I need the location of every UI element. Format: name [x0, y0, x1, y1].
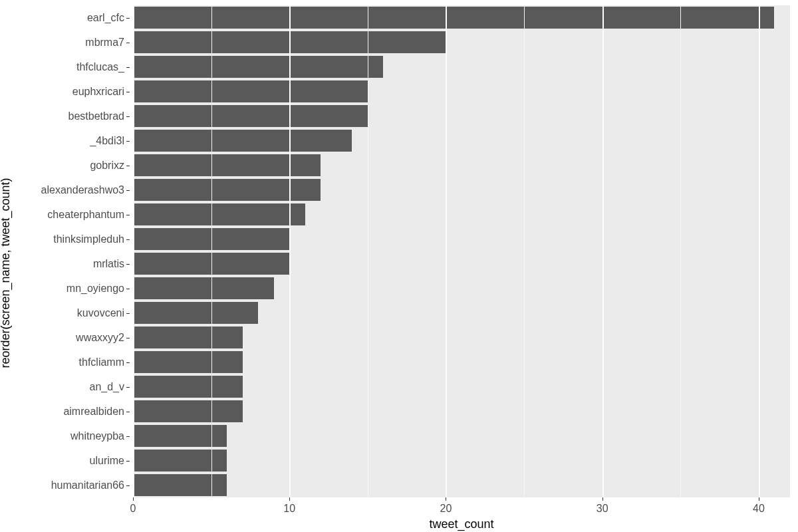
bar — [133, 130, 352, 152]
y-tick-label: gobrixz — [90, 160, 124, 172]
bar — [133, 327, 243, 348]
plot-panel — [133, 5, 790, 497]
gridline-major — [446, 5, 447, 497]
x-axis: tweet_count 010203040 — [133, 497, 790, 531]
y-tick-label: thinksimpleduh — [53, 233, 124, 245]
bar — [133, 7, 774, 29]
y-tick — [126, 67, 130, 68]
y-tick — [126, 18, 130, 19]
y-tick-label: mrlatis — [93, 258, 124, 270]
y-tick-label: mn_oyiengo — [66, 283, 124, 295]
bar — [133, 277, 274, 299]
y-tick-label: bestbetbrad — [68, 110, 124, 122]
y-tick-label: humanitarian66 — [51, 479, 124, 491]
y-tick — [126, 264, 130, 265]
x-tick-label: 20 — [440, 503, 452, 515]
y-tick-label: alexanderashwo3 — [41, 184, 124, 196]
y-tick-label: thfcliamm — [79, 356, 124, 368]
y-tick — [126, 313, 130, 314]
y-tick-label: euphxricari — [72, 86, 124, 98]
y-tick — [126, 166, 130, 166]
x-tick — [446, 497, 446, 501]
bar — [133, 376, 243, 398]
bar — [133, 154, 321, 176]
y-tick — [126, 362, 130, 363]
y-tick — [126, 141, 130, 142]
y-tick — [126, 190, 130, 191]
bar — [133, 400, 243, 422]
gridline-minor — [368, 5, 368, 497]
y-tick — [126, 412, 130, 412]
y-tick — [126, 387, 130, 388]
bar — [133, 351, 243, 373]
y-tick — [126, 239, 130, 240]
bar — [133, 203, 305, 225]
y-tick-label: an_d_v — [90, 381, 125, 393]
y-tick — [126, 116, 130, 117]
x-tick — [602, 497, 603, 501]
x-axis-title: tweet_count — [429, 517, 493, 531]
gridline-major — [602, 5, 604, 497]
bar — [133, 105, 368, 127]
y-tick-label: whitneypba — [70, 430, 124, 442]
chart-container: reorder(screen_name, tweet_count) earl_c… — [0, 0, 798, 532]
bars-layer — [133, 5, 790, 497]
gridline-minor — [524, 5, 525, 497]
x-tick — [133, 497, 134, 501]
bar — [133, 474, 227, 496]
y-tick-label: earl_cfc — [87, 12, 124, 24]
x-tick-label: 10 — [283, 503, 295, 515]
gridline-major — [759, 5, 760, 497]
y-tick-label: ulurime — [90, 455, 124, 467]
y-tick — [126, 338, 130, 338]
y-tick — [126, 461, 130, 462]
x-tick — [289, 497, 290, 501]
y-tick-label: aimrealbiden — [63, 406, 124, 418]
y-tick-label: _4bdi3l — [90, 135, 124, 147]
y-tick-label: kuvovceni — [77, 307, 124, 319]
x-tick-label: 0 — [130, 503, 136, 515]
y-tick — [126, 43, 130, 43]
y-axis-labels: earl_cfcmbrma7thfclucas_euphxricaribestb… — [0, 5, 130, 497]
gridline-minor — [680, 5, 681, 497]
bar — [133, 179, 321, 201]
y-tick-label: wwaxxyy2 — [76, 332, 124, 344]
bar — [133, 56, 383, 78]
x-tick-label: 40 — [753, 503, 765, 515]
y-tick-label: mbrma7 — [85, 37, 124, 49]
y-tick-label: cheaterphantum — [47, 209, 124, 221]
gridline-major — [289, 5, 291, 497]
y-tick — [126, 215, 130, 215]
bar — [133, 450, 227, 471]
y-tick — [126, 436, 130, 437]
gridline-minor — [211, 5, 212, 497]
y-tick-label: thfclucas_ — [76, 61, 124, 73]
y-tick — [126, 92, 130, 92]
bar — [133, 425, 227, 447]
bar — [133, 80, 368, 102]
y-tick — [126, 289, 130, 289]
x-tick-label: 30 — [597, 503, 608, 515]
y-tick — [126, 485, 130, 486]
gridline-major — [133, 5, 134, 497]
x-tick — [759, 497, 759, 501]
bar — [133, 302, 258, 324]
